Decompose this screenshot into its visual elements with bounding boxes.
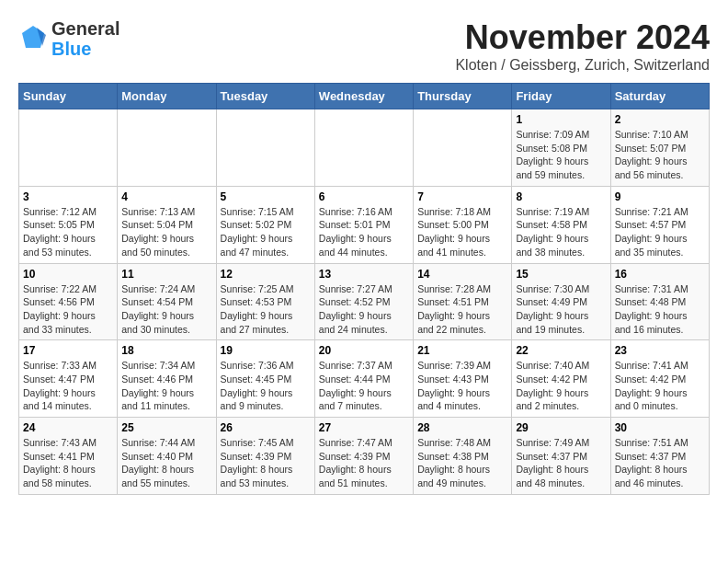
day-number: 24 <box>23 421 113 434</box>
day-number: 8 <box>516 190 606 203</box>
calendar-header: SundayMondayTuesdayWednesdayThursdayFrid… <box>19 84 710 109</box>
calendar-cell: 27Sunrise: 7:47 AM Sunset: 4:39 PM Dayli… <box>314 418 413 495</box>
day-info: Sunrise: 7:36 AM Sunset: 4:45 PM Dayligh… <box>221 359 311 413</box>
calendar-cell: 15Sunrise: 7:30 AM Sunset: 4:49 PM Dayli… <box>512 263 610 340</box>
calendar-cell: 12Sunrise: 7:25 AM Sunset: 4:53 PM Dayli… <box>216 263 314 340</box>
day-info: Sunrise: 7:39 AM Sunset: 4:43 PM Dayligh… <box>417 359 507 413</box>
weekday-header: Thursday <box>414 84 512 109</box>
day-number: 29 <box>516 421 606 434</box>
calendar-cell: 8Sunrise: 7:19 AM Sunset: 4:58 PM Daylig… <box>512 186 610 263</box>
day-info: Sunrise: 7:18 AM Sunset: 5:00 PM Dayligh… <box>417 205 507 259</box>
day-info: Sunrise: 7:49 AM Sunset: 4:37 PM Dayligh… <box>516 436 606 490</box>
calendar-cell <box>216 109 314 187</box>
day-number: 15 <box>516 268 606 281</box>
day-info: Sunrise: 7:16 AM Sunset: 5:01 PM Dayligh… <box>319 205 409 259</box>
day-number: 26 <box>221 421 311 434</box>
calendar-cell: 16Sunrise: 7:31 AM Sunset: 4:48 PM Dayli… <box>610 263 709 340</box>
day-info: Sunrise: 7:13 AM Sunset: 5:04 PM Dayligh… <box>121 205 211 259</box>
day-number: 6 <box>319 190 409 203</box>
day-number: 28 <box>417 421 507 434</box>
day-number: 23 <box>615 344 705 357</box>
calendar-cell: 25Sunrise: 7:44 AM Sunset: 4:40 PM Dayli… <box>118 418 216 495</box>
weekday-row: SundayMondayTuesdayWednesdayThursdayFrid… <box>19 84 710 109</box>
calendar-cell: 21Sunrise: 7:39 AM Sunset: 4:43 PM Dayli… <box>414 340 512 418</box>
day-number: 12 <box>221 268 311 281</box>
day-number: 14 <box>417 268 507 281</box>
day-info: Sunrise: 7:31 AM Sunset: 4:48 PM Dayligh… <box>615 282 705 337</box>
calendar-cell: 4Sunrise: 7:13 AM Sunset: 5:04 PM Daylig… <box>118 186 216 263</box>
calendar-cell: 5Sunrise: 7:15 AM Sunset: 5:02 PM Daylig… <box>216 186 314 263</box>
calendar-cell: 29Sunrise: 7:49 AM Sunset: 4:37 PM Dayli… <box>512 418 610 495</box>
day-info: Sunrise: 7:51 AM Sunset: 4:37 PM Dayligh… <box>615 436 705 490</box>
calendar-cell: 17Sunrise: 7:33 AM Sunset: 4:47 PM Dayli… <box>19 340 118 418</box>
day-info: Sunrise: 7:37 AM Sunset: 4:44 PM Dayligh… <box>319 359 409 413</box>
title-block: November 2024 Kloten / Geissberg, Zurich… <box>455 18 710 74</box>
day-info: Sunrise: 7:27 AM Sunset: 4:52 PM Dayligh… <box>319 282 409 337</box>
day-info: Sunrise: 7:15 AM Sunset: 5:02 PM Dayligh… <box>221 205 311 259</box>
calendar-cell: 26Sunrise: 7:45 AM Sunset: 4:39 PM Dayli… <box>216 418 314 495</box>
day-info: Sunrise: 7:48 AM Sunset: 4:38 PM Dayligh… <box>417 436 507 490</box>
calendar-table: SundayMondayTuesdayWednesdayThursdayFrid… <box>18 83 710 495</box>
day-number: 7 <box>417 190 507 203</box>
day-info: Sunrise: 7:12 AM Sunset: 5:05 PM Dayligh… <box>23 205 113 259</box>
logo-icon <box>18 24 48 53</box>
calendar-week-row: 3Sunrise: 7:12 AM Sunset: 5:05 PM Daylig… <box>19 186 710 263</box>
day-info: Sunrise: 7:21 AM Sunset: 4:57 PM Dayligh… <box>615 205 705 259</box>
weekday-header: Sunday <box>19 84 118 109</box>
day-number: 2 <box>615 113 705 126</box>
calendar-cell: 1Sunrise: 7:09 AM Sunset: 5:08 PM Daylig… <box>512 109 610 187</box>
calendar-week-row: 17Sunrise: 7:33 AM Sunset: 4:47 PM Dayli… <box>19 340 710 418</box>
day-number: 9 <box>615 190 705 203</box>
page-header: General Blue November 2024 Kloten / Geis… <box>18 18 710 74</box>
calendar-cell <box>19 109 118 187</box>
logo-blue-text: Blue <box>51 39 91 59</box>
day-number: 3 <box>23 190 113 203</box>
calendar-week-row: 10Sunrise: 7:22 AM Sunset: 4:56 PM Dayli… <box>19 263 710 340</box>
calendar-cell: 14Sunrise: 7:28 AM Sunset: 4:51 PM Dayli… <box>414 263 512 340</box>
calendar-cell <box>118 109 216 187</box>
calendar-cell: 28Sunrise: 7:48 AM Sunset: 4:38 PM Dayli… <box>414 418 512 495</box>
day-number: 19 <box>221 344 311 357</box>
day-number: 25 <box>121 421 211 434</box>
calendar-cell: 9Sunrise: 7:21 AM Sunset: 4:57 PM Daylig… <box>610 186 709 263</box>
weekday-header: Wednesday <box>314 84 413 109</box>
calendar-cell: 20Sunrise: 7:37 AM Sunset: 4:44 PM Dayli… <box>314 340 413 418</box>
day-info: Sunrise: 7:43 AM Sunset: 4:41 PM Dayligh… <box>23 436 113 490</box>
calendar-cell: 23Sunrise: 7:41 AM Sunset: 4:42 PM Dayli… <box>610 340 709 418</box>
weekday-header: Monday <box>118 84 216 109</box>
weekday-header: Tuesday <box>216 84 314 109</box>
day-number: 4 <box>121 190 211 203</box>
day-info: Sunrise: 7:09 AM Sunset: 5:08 PM Dayligh… <box>516 128 606 182</box>
day-info: Sunrise: 7:22 AM Sunset: 4:56 PM Dayligh… <box>23 282 113 337</box>
calendar-cell: 18Sunrise: 7:34 AM Sunset: 4:46 PM Dayli… <box>118 340 216 418</box>
day-number: 11 <box>121 268 211 281</box>
day-info: Sunrise: 7:28 AM Sunset: 4:51 PM Dayligh… <box>417 282 507 337</box>
calendar-cell <box>414 109 512 187</box>
calendar-week-row: 1Sunrise: 7:09 AM Sunset: 5:08 PM Daylig… <box>19 109 710 187</box>
day-info: Sunrise: 7:41 AM Sunset: 4:42 PM Dayligh… <box>615 359 705 413</box>
day-number: 18 <box>121 344 211 357</box>
calendar-body: 1Sunrise: 7:09 AM Sunset: 5:08 PM Daylig… <box>19 109 710 495</box>
day-info: Sunrise: 7:34 AM Sunset: 4:46 PM Dayligh… <box>121 359 211 413</box>
weekday-header: Saturday <box>610 84 709 109</box>
calendar-cell: 10Sunrise: 7:22 AM Sunset: 4:56 PM Dayli… <box>19 263 118 340</box>
day-info: Sunrise: 7:45 AM Sunset: 4:39 PM Dayligh… <box>221 436 311 490</box>
day-info: Sunrise: 7:33 AM Sunset: 4:47 PM Dayligh… <box>23 359 113 413</box>
logo-general-text: General <box>51 18 119 39</box>
calendar-cell: 6Sunrise: 7:16 AM Sunset: 5:01 PM Daylig… <box>314 186 413 263</box>
month-title: November 2024 <box>455 18 710 57</box>
calendar-cell: 30Sunrise: 7:51 AM Sunset: 4:37 PM Dayli… <box>610 418 709 495</box>
calendar-cell: 13Sunrise: 7:27 AM Sunset: 4:52 PM Dayli… <box>314 263 413 340</box>
day-info: Sunrise: 7:19 AM Sunset: 4:58 PM Dayligh… <box>516 205 606 259</box>
day-number: 5 <box>221 190 311 203</box>
day-number: 1 <box>516 113 606 126</box>
weekday-header: Friday <box>512 84 610 109</box>
day-info: Sunrise: 7:25 AM Sunset: 4:53 PM Dayligh… <box>221 282 311 337</box>
calendar-cell: 19Sunrise: 7:36 AM Sunset: 4:45 PM Dayli… <box>216 340 314 418</box>
day-number: 16 <box>615 268 705 281</box>
day-number: 27 <box>319 421 409 434</box>
day-number: 30 <box>615 421 705 434</box>
day-info: Sunrise: 7:24 AM Sunset: 4:54 PM Dayligh… <box>121 282 211 337</box>
day-number: 20 <box>319 344 409 357</box>
logo-text: General Blue <box>51 18 119 59</box>
